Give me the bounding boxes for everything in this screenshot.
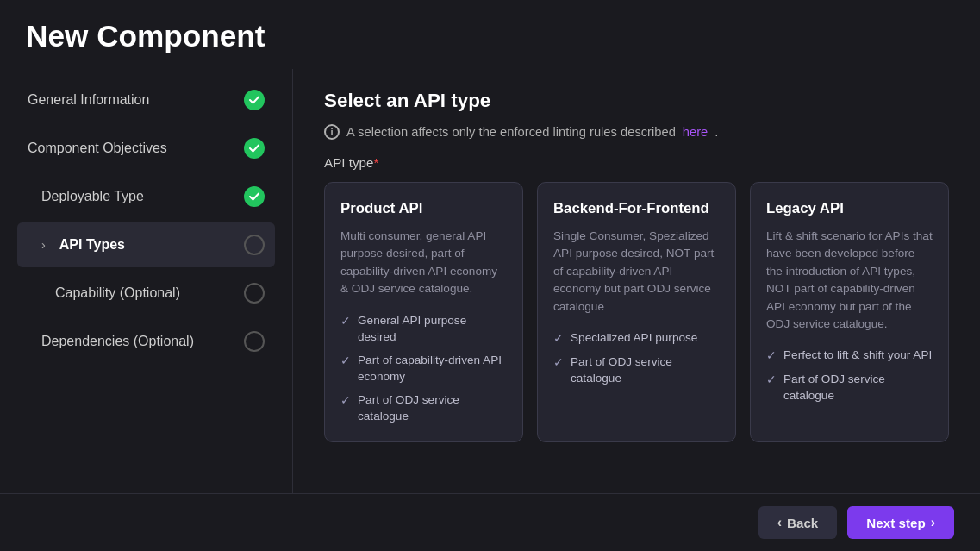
- feature-item: ✓ Specialized API purpose: [553, 329, 720, 347]
- main-content: Select an API type i A selection affects…: [293, 69, 980, 551]
- check-mark-icon: ✓: [766, 372, 777, 388]
- card-product-api-title: Product API: [340, 200, 507, 217]
- card-legacy-title: Legacy API: [766, 200, 933, 217]
- check-mark-icon: ✓: [553, 330, 564, 347]
- check-icon-deployable-type: [244, 186, 265, 207]
- check-icon-general-information: [244, 90, 265, 110]
- info-icon: i: [324, 124, 340, 140]
- check-mark-icon: ✓: [340, 392, 351, 409]
- feature-item: ✓ Part of ODJ service catalogue: [553, 354, 720, 386]
- back-button[interactable]: ‹ Back: [758, 506, 838, 539]
- info-link[interactable]: here: [683, 125, 708, 139]
- sidebar-item-api-types[interactable]: › API Types: [17, 222, 275, 267]
- check-mark-icon: ✓: [340, 313, 351, 329]
- info-period: .: [715, 125, 718, 139]
- feature-item: ✓ General API purpose desired: [340, 312, 507, 345]
- sidebar-item-deployable-type[interactable]: Deployable Type: [17, 174, 275, 219]
- chevron-right-icon: ›: [41, 238, 46, 252]
- card-bff-features: ✓ Specialized API purpose ✓ Part of ODJ …: [553, 329, 720, 386]
- circle-icon-dependencies: [244, 331, 265, 352]
- sidebar-item-component-objectives[interactable]: Component Objectives: [17, 126, 275, 171]
- chevron-right-icon: ›: [931, 515, 935, 530]
- card-product-api-desc: Multi consumer, general API purpose desi…: [340, 228, 507, 298]
- sidebar-item-capability-optional[interactable]: Capability (Optional): [17, 271, 275, 316]
- feature-item: ✓ Perfect to lift & shift your API: [766, 347, 933, 364]
- api-type-label: API type*: [324, 155, 949, 170]
- card-product-api-features: ✓ General API purpose desired ✓ Part of …: [340, 312, 507, 424]
- card-legacy-desc: Lift & shift scenario for APIs that have…: [766, 228, 933, 333]
- feature-item: ✓ Part of ODJ service catalogue: [766, 371, 933, 404]
- card-legacy-features: ✓ Perfect to lift & shift your API ✓ Par…: [766, 347, 933, 404]
- feature-item: ✓ Part of ODJ service catalogue: [340, 391, 507, 424]
- next-step-button[interactable]: Next step ›: [847, 506, 954, 539]
- card-bff-title: Backend-For-Frontend: [553, 200, 720, 217]
- sidebar-item-dependencies-optional[interactable]: Dependencies (Optional): [17, 319, 275, 364]
- feature-item: ✓ Part of capability-driven API economy: [340, 352, 507, 385]
- sidebar-item-general-information[interactable]: General Information: [17, 78, 275, 122]
- cards-row: Product API Multi consumer, general API …: [324, 182, 949, 442]
- check-mark-icon: ✓: [340, 353, 351, 369]
- card-bff-desc: Single Consumer, Spezialized API purpose…: [553, 228, 720, 316]
- chevron-left-icon: ‹: [777, 515, 782, 530]
- info-text: A selection affects only the enforced li…: [346, 125, 676, 139]
- check-icon-component-objectives: [244, 138, 265, 159]
- footer: ‹ Back Next step ›: [0, 493, 980, 551]
- info-row: i A selection affects only the enforced …: [324, 124, 949, 140]
- card-backend-for-frontend[interactable]: Backend-For-Frontend Single Consumer, Sp…: [537, 182, 736, 442]
- sidebar: General Information Component Objectives…: [0, 69, 293, 551]
- card-legacy-api[interactable]: Legacy API Lift & shift scenario for API…: [750, 182, 949, 442]
- check-mark-icon: ✓: [553, 354, 564, 371]
- card-product-api[interactable]: Product API Multi consumer, general API …: [324, 182, 523, 442]
- circle-icon-capability: [244, 283, 265, 304]
- section-title: Select an API type: [324, 90, 949, 112]
- circle-icon-api-types: [244, 235, 265, 255]
- check-mark-icon: ✓: [766, 348, 777, 364]
- page-title: New Component: [0, 0, 980, 69]
